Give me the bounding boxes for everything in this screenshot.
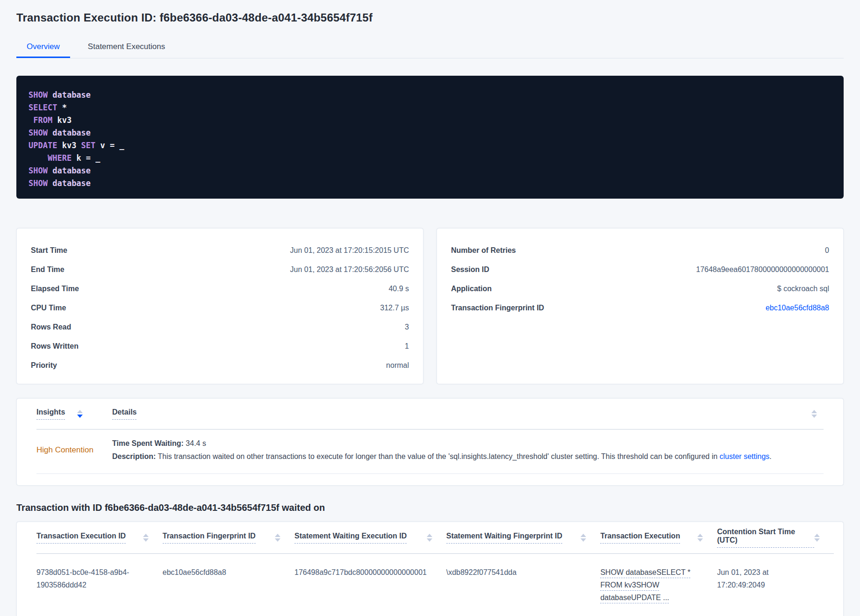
sql-keyword: SET <box>81 141 100 150</box>
sql-object: database <box>52 128 91 137</box>
sql-line: SHOW database <box>29 177 831 190</box>
sort-icon[interactable] <box>143 534 149 542</box>
timing-summary-card: Start Time Jun 01, 2023 at 17:20:15:2015… <box>16 228 423 384</box>
tab-overview[interactable]: Overview <box>16 36 70 58</box>
sql-keyword: SELECT <box>29 103 62 112</box>
rows-written-value: 1 <box>405 342 409 351</box>
time-spent-waiting-line: Time Spent Waiting: 34.4 s <box>112 437 811 450</box>
priority-value: normal <box>386 361 409 370</box>
sql-object: database <box>52 179 91 188</box>
insights-header: Insights Details <box>36 399 824 430</box>
col-header-stmt-waiting-fingerprint-id[interactable]: Statement Waiting Fingerprint ID <box>446 532 601 544</box>
sql-text: v = _ <box>100 141 124 150</box>
sql-keyword: FROM <box>33 115 57 125</box>
sort-icon[interactable] <box>275 534 280 542</box>
cluster-settings-link[interactable]: cluster settings <box>720 452 770 460</box>
sql-line: SHOW database <box>29 165 831 177</box>
cell-stmt-waiting-fingerprint-id: \xdb8922f077541dda <box>446 566 601 604</box>
rows-read-value: 3 <box>405 323 409 331</box>
edge-sort-header[interactable] <box>811 410 824 418</box>
sql-keyword: WHERE <box>48 153 76 163</box>
sort-icon[interactable] <box>811 410 817 418</box>
sql-text <box>29 115 33 125</box>
insights-card: Insights Details High Contention Time Sp… <box>16 398 844 486</box>
summary-cards-row: Start Time Jun 01, 2023 at 17:20:15:2015… <box>16 228 844 384</box>
transaction-details-page: Transaction Execution ID: f6be6366-da03-… <box>0 0 860 616</box>
start-time-label: Start Time <box>31 246 67 255</box>
rows-written-label: Rows Written <box>31 342 79 351</box>
tab-bar: Overview Statement Executions <box>16 36 844 58</box>
summary-row-txn-fingerprint: Transaction Fingerprint ID ebc10ae56cfd8… <box>451 298 829 317</box>
sql-text <box>29 153 48 163</box>
sql-line: SHOW database <box>29 89 831 101</box>
session-id-value: 17648a9eea6017800000000000000001 <box>696 265 829 274</box>
sort-icon[interactable] <box>580 534 586 542</box>
sql-text: * <box>62 103 67 112</box>
col-header-txn-execution-id[interactable]: Transaction Execution ID <box>36 532 163 544</box>
sql-keyword: SHOW <box>29 128 52 137</box>
insight-row: High Contention Time Spent Waiting: 34.4… <box>36 430 824 474</box>
summary-row-application: Application $ cockroach sql <box>451 279 829 298</box>
insights-column-header[interactable]: Insights <box>36 408 112 420</box>
time-spent-waiting-value: 34.4 s <box>184 439 206 447</box>
sql-line: WHERE k = _ <box>29 152 831 165</box>
details-column-header[interactable]: Details <box>112 408 811 420</box>
summary-row-retries: Number of Retries 0 <box>451 241 829 260</box>
summary-row-end-time: End Time Jun 01, 2023 at 17:20:56:2056 U… <box>31 260 409 279</box>
txn-fingerprint-link[interactable]: ebc10ae56cfd88a8 <box>766 304 829 312</box>
waited-table-header: Transaction Execution ID Transaction Fin… <box>36 522 834 554</box>
elapsed-time-value: 40.9 s <box>388 285 409 293</box>
cell-stmt-waiting-execution-id: 176498a9c717bdc80000000000000001 <box>294 566 446 604</box>
sort-icon[interactable] <box>697 534 703 542</box>
sql-object: database <box>52 90 91 100</box>
start-time-value: Jun 01, 2023 at 17:20:15:2015 UTC <box>290 246 409 255</box>
sql-line: SHOW database <box>29 127 831 139</box>
insight-type-badge: High Contention <box>36 445 112 455</box>
sql-text: kv3 <box>57 115 72 125</box>
sql-text: k = _ <box>76 153 100 163</box>
priority-label: Priority <box>31 361 57 370</box>
tab-statement-executions[interactable]: Statement Executions <box>78 36 175 58</box>
page-title: Transaction Execution ID: f6be6366-da03-… <box>16 11 844 24</box>
time-spent-waiting-label: Time Spent Waiting: <box>112 439 184 447</box>
summary-row-priority: Priority normal <box>31 356 409 375</box>
sql-keyword: SHOW <box>29 179 52 188</box>
sql-keyword: SHOW <box>29 90 52 100</box>
col-header-txn-execution[interactable]: Transaction Execution <box>600 532 717 544</box>
sql-keyword: UPDATE <box>29 141 62 150</box>
insight-details: Time Spent Waiting: 34.4 s Description: … <box>112 437 811 463</box>
session-id-label: Session ID <box>451 265 489 274</box>
col-header-stmt-waiting-execution-id[interactable]: Statement Waiting Execution ID <box>294 532 446 544</box>
summary-row-start-time: Start Time Jun 01, 2023 at 17:20:15:2015… <box>31 241 409 260</box>
sql-statements-box: SHOW database SELECT * FROM kv3 SHOW dat… <box>16 76 844 199</box>
col-header-txn-fingerprint-id[interactable]: Transaction Fingerprint ID <box>163 532 294 544</box>
waited-on-table-card: Transaction Execution ID Transaction Fin… <box>16 522 844 616</box>
cpu-time-value: 312.7 µs <box>380 304 409 312</box>
col-header-contention-start-time[interactable]: Contention Start Time (UTC) <box>717 528 834 548</box>
cell-contention-start-time: Jun 01, 2023 at 17:20:49:2049 <box>717 566 834 604</box>
cell-txn-execution: SHOW databaseSELECT * FROM kv3SHOW datab… <box>600 566 717 604</box>
sort-desc-icon[interactable] <box>77 410 83 418</box>
application-value: $ cockroach sql <box>777 285 829 293</box>
retries-label: Number of Retries <box>451 246 516 255</box>
description-suffix: . <box>769 452 771 460</box>
end-time-value: Jun 01, 2023 at 17:20:56:2056 UTC <box>290 265 409 274</box>
sql-line: SELECT * <box>29 101 831 114</box>
description-text: This transaction waited on other transac… <box>156 452 719 460</box>
page-header: Transaction Execution ID: f6be6366-da03-… <box>0 0 860 58</box>
rows-read-label: Rows Read <box>31 323 71 331</box>
sort-icon[interactable] <box>814 534 820 542</box>
sort-icon[interactable] <box>427 534 432 542</box>
retries-value: 0 <box>825 246 829 255</box>
elapsed-time-label: Elapsed Time <box>31 285 79 293</box>
txn-execution-statement-link[interactable]: SHOW databaseSELECT * FROM kv3SHOW datab… <box>600 568 690 602</box>
summary-row-session-id: Session ID 17648a9eea6017800000000000000… <box>451 260 829 279</box>
summary-row-rows-written: Rows Written 1 <box>31 337 409 356</box>
end-time-label: End Time <box>31 265 64 274</box>
description-line: Description: This transaction waited on … <box>112 450 811 463</box>
cell-txn-fingerprint-id: ebc10ae56cfd88a8 <box>163 566 294 604</box>
sql-line: UPDATE kv3 SET v = _ <box>29 139 831 152</box>
summary-row-rows-read: Rows Read 3 <box>31 317 409 337</box>
sql-line: FROM kv3 <box>29 114 831 127</box>
application-label: Application <box>451 285 492 293</box>
